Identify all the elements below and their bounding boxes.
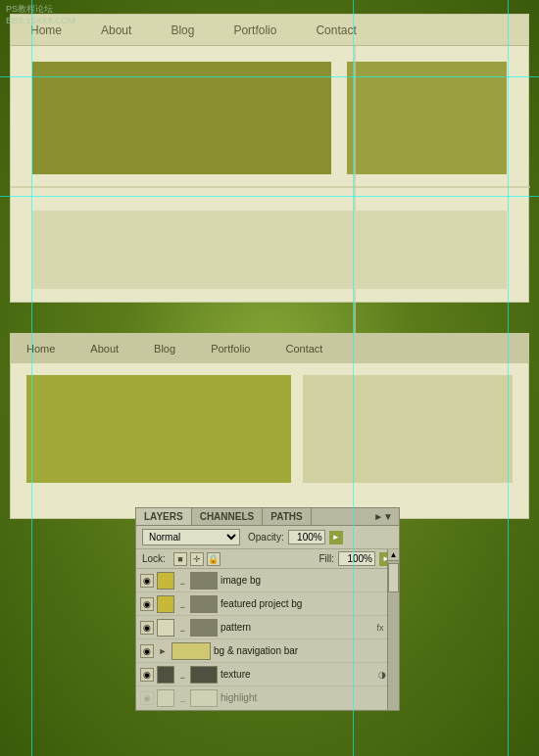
bottom-content-area <box>11 363 528 495</box>
nav-portfolio-top[interactable]: Portfolio <box>233 24 276 37</box>
scroll-up-button[interactable]: ▲ <box>388 549 399 561</box>
layer-row-highlight[interactable]: ◉ ⎯ highlight <box>136 686 399 710</box>
thumb-pattern <box>157 619 174 637</box>
link-texture: ⎯ <box>177 668 187 682</box>
nav-blog-top[interactable]: Blog <box>171 24 194 37</box>
guide-horizontal-2 <box>0 196 539 197</box>
opacity-input[interactable] <box>288 530 325 544</box>
tab-layers[interactable]: LAYERS <box>136 508 192 525</box>
layers-panel: LAYERS CHANNELS PATHS ►▼ Normal Opacity:… <box>135 507 400 711</box>
bottom-nav-bar: Home About Blog Portfolio Contact <box>11 334 528 363</box>
thumb-highlight <box>157 689 174 707</box>
panel-options-button[interactable]: ►▼ <box>368 508 399 525</box>
blend-mode-select[interactable]: Normal <box>142 529 240 545</box>
opacity-arrow-button[interactable]: ► <box>329 531 343 544</box>
nav-portfolio-bottom[interactable]: Portfolio <box>211 343 250 354</box>
bottom-main-image <box>26 375 291 483</box>
eye-pattern[interactable]: ◉ <box>140 621 154 635</box>
layer-name-image-bg: image bg <box>220 575 395 586</box>
layer-name-featured-project-bg: featured project bg <box>220 598 395 609</box>
nav-about-top[interactable]: About <box>101 24 131 37</box>
panel-tabs: LAYERS CHANNELS PATHS ►▼ <box>136 508 399 526</box>
link-highlight: ⎯ <box>177 691 187 705</box>
watermark: PS教程论坛 BBS.16XX8.COM <box>6 4 75 26</box>
thumb-featured-project-bg <box>157 595 174 613</box>
layer-name-pattern: pattern <box>220 622 372 633</box>
mask-featured-project-bg <box>190 595 218 613</box>
lock-icons: ■ ✛ 🔒 <box>173 552 220 566</box>
lock-pixels-button[interactable]: ■ <box>173 552 187 566</box>
lock-move-button[interactable]: ✛ <box>190 552 204 566</box>
layer-row-pattern[interactable]: ◉ ⎯ pattern fx ▼ <box>136 616 399 639</box>
thumb-image-bg <box>157 572 174 590</box>
lock-label: Lock: <box>142 553 166 564</box>
opacity-label: Opacity: <box>248 532 284 543</box>
inner-guide-v <box>354 46 356 335</box>
eye-texture[interactable]: ◉ <box>140 668 154 682</box>
layer-row-texture[interactable]: ◉ ⎯ texture ◑▼ <box>136 663 399 686</box>
thumb-bg-navigation-bar <box>172 642 211 660</box>
mask-pattern <box>190 619 218 637</box>
panel-scrollbar[interactable]: ▲ <box>387 549 399 710</box>
top-main-image <box>32 62 331 174</box>
nav-about-bottom[interactable]: About <box>90 343 119 354</box>
nav-blog-bottom[interactable]: Blog <box>154 343 175 354</box>
guide-vertical-2 <box>353 0 354 756</box>
mask-highlight <box>190 689 218 707</box>
nav-contact-bottom[interactable]: Contact <box>285 343 322 354</box>
layer-row-featured-project-bg[interactable]: ◉ ⎯ featured project bg <box>136 592 399 616</box>
mask-texture <box>190 666 218 684</box>
layer-row-image-bg[interactable]: ◉ ⎯ image bg <box>136 569 399 592</box>
tab-paths[interactable]: PATHS <box>263 508 311 525</box>
eye-highlight[interactable]: ◉ <box>140 691 154 705</box>
top-design-comp: Home About Blog Portfolio Contact <box>10 14 529 303</box>
guide-vertical-3 <box>508 0 509 756</box>
eye-featured-project-bg[interactable]: ◉ <box>140 597 154 611</box>
mask-image-bg <box>190 572 218 590</box>
layer-name-highlight: highlight <box>220 692 395 703</box>
lock-all-button[interactable]: 🔒 <box>207 552 220 566</box>
link-pattern: ⎯ <box>177 621 187 635</box>
link-featured-project-bg: ⎯ <box>177 597 187 611</box>
lock-row: Lock: ■ ✛ 🔒 Fill: ► <box>136 549 399 569</box>
layer-name-bg-navigation-bar: bg & navigation bar <box>214 645 395 656</box>
eye-bg-navigation-bar[interactable]: ◉ <box>140 644 154 658</box>
thumb-texture <box>157 666 174 684</box>
bottom-side-image <box>303 375 513 483</box>
top-nav-bar: Home About Blog Portfolio Contact <box>11 15 528 46</box>
bottom-design-comp: Home About Blog Portfolio Contact <box>10 333 529 519</box>
tab-channels[interactable]: CHANNELS <box>192 508 264 525</box>
nav-contact-top[interactable]: Contact <box>316 24 356 37</box>
expand-bg-navigation-bar[interactable]: ► <box>157 645 169 657</box>
guide-vertical-1 <box>31 0 32 756</box>
scroll-thumb[interactable] <box>388 563 399 592</box>
layer-row-bg-navigation-bar[interactable]: ◉ ► bg & navigation bar <box>136 639 399 663</box>
top-bottom-content <box>32 211 507 289</box>
top-side-image <box>347 62 507 174</box>
blend-row: Normal Opacity: ► <box>136 526 399 549</box>
eye-image-bg[interactable]: ◉ <box>140 574 154 588</box>
guide-horizontal-1 <box>0 76 539 77</box>
inner-guide-h <box>11 186 530 188</box>
fill-label: Fill: <box>318 553 334 564</box>
link-image-bg: ⎯ <box>177 574 187 588</box>
fill-input[interactable] <box>338 551 375 566</box>
